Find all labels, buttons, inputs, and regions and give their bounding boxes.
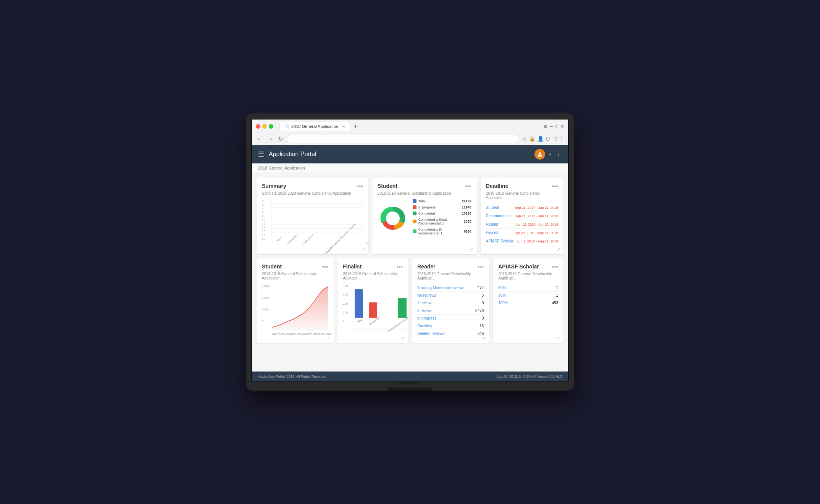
apiasf-label-100[interactable]: 100% — [498, 301, 508, 305]
apiasf-header: APIASF Scholar ••• — [498, 263, 558, 270]
summary-menu[interactable]: ••• — [357, 183, 363, 190]
deadline-menu[interactable]: ••• — [552, 183, 558, 190]
maximize-button[interactable] — [269, 124, 273, 129]
reader-value-conflicts: 16 — [479, 324, 484, 328]
bar-in-progress: In progress — [284, 236, 298, 241]
reload-button[interactable]: ↻ — [277, 134, 284, 143]
app-footer: Application Portal, 2018, All Rights Res… — [252, 372, 568, 381]
bar-completed: Completed — [301, 236, 314, 241]
student-bot-y-labels: 0 5000 10000 15000 — [262, 284, 272, 330]
browser-minimize-icon[interactable]: ─ — [550, 124, 553, 129]
user-avatar[interactable] — [534, 149, 545, 160]
legend-color-completed — [413, 212, 416, 215]
deadline-label-apiasf[interactable]: APIASF Scholar — [486, 239, 513, 243]
student-bot-menu[interactable]: ••• — [322, 263, 328, 270]
reader-label-in-progress[interactable]: In progress — [417, 316, 436, 320]
apiasf-expand[interactable]: ⤢ — [557, 335, 560, 341]
app-header-left: ☰ Application Portal — [258, 150, 316, 158]
bar-disqualified: Disqualified — [364, 236, 368, 241]
student-area-chart: 0% 10% 20% 30% 40% 50% 60% 70% 80% 90% 1 — [272, 284, 328, 330]
bookmark-icon[interactable]: ☆ — [522, 136, 527, 142]
tab-bar: 📄 2018 General Application ✕ + — [276, 122, 363, 131]
reader-row-2-review: 2 review 8478 — [417, 307, 484, 315]
new-tab-button[interactable]: + — [352, 122, 360, 131]
reader-menu[interactable]: ••• — [477, 263, 484, 270]
extension-icon[interactable]: 🔒 — [529, 136, 535, 142]
screenshot-icon[interactable]: ⬚ — [552, 136, 557, 142]
tab-title: 2018 General Application — [291, 124, 338, 129]
apiasf-row-90: 90% 1 — [498, 292, 558, 299]
reader-label-deleted[interactable]: Deleted reviews — [417, 331, 444, 336]
finalist-expand[interactable]: ⤢ — [401, 335, 405, 341]
reader-label-2-review[interactable]: 2 review — [417, 309, 431, 313]
back-button[interactable]: ← — [256, 135, 263, 143]
apiasf-label-90[interactable]: 90% — [498, 293, 506, 297]
deadline-rows: Student Sep 21, 2017 - Jan 11, 2018 Reco… — [486, 204, 558, 246]
reader-label-no-reviews[interactable]: No reviews — [417, 293, 436, 297]
student-pie-section: Total 22262 In progress 11976 — [378, 199, 471, 237]
legend-color-comp-rec1 — [413, 229, 416, 233]
reader-label-tracking[interactable]: Tracking Moderator reviews — [417, 286, 464, 290]
deadline-expand[interactable]: ⤢ — [557, 247, 560, 252]
browser-close-icon[interactable]: ✕ — [560, 124, 564, 129]
apiasf-value-100: 483 — [552, 301, 558, 305]
reader-title: Reader — [417, 263, 435, 270]
finalist-header: Finalist ••• — [343, 263, 403, 270]
apiasf-value-80: 1 — [556, 286, 558, 290]
student-bot-expand[interactable]: ⤢ — [327, 335, 331, 341]
browser-addressbar: ← → ↻ ☆ 🔒 👤 ⬡ ⬚ ⋮ — [252, 133, 568, 145]
reader-header: Reader ••• — [417, 263, 484, 270]
student-top-expand[interactable]: ⤢ — [470, 247, 474, 252]
finalist-title: Finalist — [343, 263, 362, 270]
apiasf-menu[interactable]: ••• — [552, 263, 558, 270]
deadline-card: Deadline ••• 2018-2019 General Scholarsh… — [481, 178, 563, 254]
finalist-bar-total: Total — [355, 289, 363, 323]
browser-restore-icon[interactable]: □ — [555, 124, 558, 129]
student-area-svg — [272, 284, 328, 330]
apiasf-label-80[interactable]: 80% — [498, 286, 506, 290]
avatar-dropdown[interactable]: ▾ — [549, 152, 551, 157]
minimize-button[interactable] — [262, 124, 267, 129]
apiasf-row-80: 80% 1 — [498, 284, 558, 292]
legend-completed-no-rec: Completed without Recommendation 1030 — [413, 218, 471, 226]
cast-icon[interactable]: ⬡ — [546, 136, 550, 142]
tab-close-button[interactable]: ✕ — [342, 124, 345, 129]
forward-button[interactable]: → — [266, 135, 274, 143]
menu-icon[interactable]: ☰ — [258, 150, 264, 158]
user-icon[interactable]: 👤 — [538, 136, 544, 142]
legend-color-comp-no-rec — [413, 220, 416, 223]
finalist-bars: Total Completed Completed with recommend… — [350, 284, 408, 330]
close-button[interactable] — [256, 124, 260, 129]
finalist-chart-container: 0 100 200 300 400 Total — [343, 284, 403, 330]
deadline-header: Deadline ••• — [486, 183, 558, 190]
finalist-menu[interactable]: ••• — [396, 263, 403, 270]
summary-chart: 20 18 16 14 12 10 8 6 4 2 0 — [262, 199, 363, 249]
deadline-label-finalist[interactable]: Finalist — [486, 231, 498, 235]
browser-tab[interactable]: 📄 2018 General Application ✕ — [279, 122, 350, 131]
legend-in-progress: In progress 11976 — [413, 205, 471, 210]
student-top-menu[interactable]: ••• — [465, 183, 471, 190]
finalist-card: Finalist ••• 2018-2019 General Scholarsh… — [337, 258, 408, 343]
reader-label-1-review[interactable]: 1 review — [417, 301, 431, 305]
summary-expand[interactable]: ⤢ — [362, 247, 365, 252]
summary-subtitle: Scholars 2019-2020 General Scholarship A… — [262, 191, 363, 195]
reader-expand[interactable]: ⤢ — [482, 335, 486, 341]
settings-icon[interactable]: ⋮ — [559, 136, 564, 142]
deadline-label-reader[interactable]: Reader — [486, 222, 499, 226]
student-bot-title: Student — [262, 263, 282, 270]
app-header: ☰ Application Portal ▾ ⋮ — [252, 145, 568, 163]
reader-label-conflicts[interactable]: Conflicts — [417, 324, 432, 328]
header-menu-icon[interactable]: ⋮ — [555, 150, 562, 158]
deadline-row-reader: Reader Jan 12, 2018 - Apr 10, 2018 — [486, 220, 558, 229]
address-bar[interactable] — [287, 135, 519, 143]
reader-card: Reader ••• 2018-2019 General Scholarship… — [412, 258, 489, 343]
deadline-label-student[interactable]: Student — [486, 205, 499, 210]
student-top-header: Student ••• — [378, 183, 471, 190]
browser-action-icon[interactable]: ⊕ — [544, 124, 547, 129]
deadline-date-recommender: Sep 21, 2017 - Jan 11, 2018 — [515, 214, 558, 218]
reader-value-1-review: 0 — [482, 301, 484, 305]
legend-completed-rec1: Completed with recommender 1 9256 — [413, 228, 471, 236]
deadline-date-reader: Jan 12, 2018 - Apr 10, 2018 — [516, 223, 558, 226]
deadline-label-recommender[interactable]: Recommender — [486, 214, 511, 218]
finalist-bar-comp-rec1: Completed with recommender 1 — [383, 298, 408, 323]
